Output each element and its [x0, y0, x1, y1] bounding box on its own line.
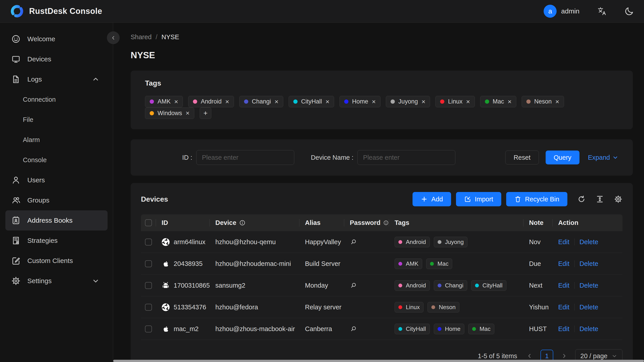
table-row-mac-m2: mac_m2hzhou@zhous-macbook-airCanberraCit…: [141, 318, 622, 340]
sidebar-item-settings[interactable]: Settings: [6, 271, 108, 291]
tag-chip-android[interactable]: Android: [394, 280, 430, 291]
users-icon: [11, 196, 20, 205]
view-password-icon[interactable]: [350, 238, 357, 246]
edit-link[interactable]: Edit: [558, 325, 570, 333]
edit-link[interactable]: Edit: [558, 282, 570, 289]
tag-chip-android[interactable]: Android×: [188, 96, 234, 107]
avatar[interactable]: a: [544, 5, 556, 18]
tag-remove-icon[interactable]: ×: [174, 98, 178, 105]
sidebar-item-devices[interactable]: Devices: [6, 49, 108, 69]
tag-chip-juyong[interactable]: Juyong×: [386, 96, 430, 107]
sidebar-item-file[interactable]: File: [0, 110, 113, 130]
add-tag-button[interactable]: +: [200, 107, 211, 119]
sidebar-item-users[interactable]: Users: [6, 170, 108, 190]
expand-link[interactable]: Expand: [588, 154, 618, 161]
edit-link[interactable]: Edit: [558, 238, 570, 246]
sidebar-menu: WelcomeDevicesLogsConnectionFileAlarmCon…: [0, 29, 113, 291]
tag-remove-icon[interactable]: ×: [274, 98, 278, 105]
theme-moon-icon[interactable]: [624, 6, 634, 16]
tag-remove-icon[interactable]: ×: [422, 98, 426, 105]
device-name-filter-label: Device Name :: [311, 154, 353, 161]
tag-chip-mac[interactable]: Mac: [426, 258, 452, 269]
language-icon[interactable]: [597, 6, 607, 16]
tag-chip-cityhall[interactable]: CityHall: [471, 280, 506, 291]
sidebar-item-logs[interactable]: Logs: [6, 69, 108, 90]
sidebar-item-custom-clients[interactable]: Custom Clients: [6, 251, 108, 271]
select-all-checkbox[interactable]: [145, 219, 152, 226]
tag-chip-linux[interactable]: Linux: [394, 302, 424, 312]
device-name-filter-input[interactable]: [358, 150, 455, 165]
device-name: hzhou@zhous-macbook-air: [210, 318, 299, 340]
tag-chip-juyong[interactable]: Juyong: [434, 237, 468, 247]
sidebar-item-address-books[interactable]: Address Books: [6, 210, 108, 230]
tag-remove-icon[interactable]: ×: [466, 98, 470, 105]
tag-chip-mac[interactable]: Mac: [468, 324, 494, 334]
view-password-icon[interactable]: [350, 325, 357, 332]
username[interactable]: admin: [561, 8, 580, 15]
sidebar-collapse-button[interactable]: [107, 31, 120, 44]
sidebar: WelcomeDevicesLogsConnectionFileAlarmCon…: [0, 22, 113, 362]
row-checkbox[interactable]: [145, 238, 152, 246]
add-button[interactable]: Add: [412, 192, 451, 206]
row-checkbox[interactable]: [145, 326, 152, 332]
tag-chip-linux[interactable]: Linux×: [436, 96, 474, 107]
row-checkbox[interactable]: [145, 260, 152, 267]
tag-chip-neson[interactable]: Neson: [428, 302, 459, 312]
tag-chip-changi[interactable]: Changi×: [239, 96, 283, 107]
delete-link[interactable]: Delete: [580, 282, 598, 289]
sidebar-item-console[interactable]: Console: [0, 150, 113, 170]
delete-link[interactable]: Delete: [580, 238, 598, 246]
info-icon[interactable]: [383, 220, 389, 226]
id-filter-input[interactable]: [196, 150, 294, 165]
tag-chip-windows[interactable]: Windows×: [145, 108, 194, 119]
settings-icon[interactable]: [614, 195, 622, 204]
row-checkbox[interactable]: [145, 304, 152, 311]
import-button[interactable]: Import: [456, 192, 501, 206]
sidebar-item-groups[interactable]: Groups: [6, 190, 108, 210]
sidebar-item-strategies[interactable]: Strategies: [6, 230, 108, 251]
tag-remove-icon[interactable]: ×: [225, 98, 229, 105]
tag-chip-home[interactable]: Home: [434, 324, 464, 334]
tag-chip-changi[interactable]: Changi: [434, 280, 467, 291]
row-height-icon[interactable]: [596, 195, 604, 204]
tag-chip-neson[interactable]: Neson×: [522, 96, 564, 107]
breadcrumb-parent[interactable]: Shared: [131, 34, 152, 41]
tag-chip-cityhall[interactable]: CityHall×: [288, 96, 334, 107]
tag-remove-icon[interactable]: ×: [508, 98, 512, 105]
tag-chip-amk[interactable]: AMK: [394, 258, 422, 269]
breadcrumb: Shared / NYSE: [131, 34, 633, 41]
row-checkbox[interactable]: [145, 282, 152, 289]
prev-page-icon[interactable]: [526, 352, 533, 359]
tag-remove-icon[interactable]: ×: [555, 98, 559, 105]
tag-color-dot: [431, 305, 435, 309]
view-password-icon[interactable]: [350, 282, 357, 289]
delete-link[interactable]: Delete: [580, 260, 598, 268]
delete-link[interactable]: Delete: [580, 304, 598, 311]
gear-icon: [11, 276, 20, 286]
reset-button[interactable]: Reset: [505, 150, 539, 164]
delete-link[interactable]: Delete: [580, 325, 598, 333]
sidebar-item-welcome[interactable]: Welcome: [6, 29, 108, 49]
tag-chip-home[interactable]: Home×: [340, 96, 380, 107]
next-page-icon[interactable]: [561, 352, 568, 359]
tag-remove-icon[interactable]: ×: [326, 98, 330, 105]
refresh-icon[interactable]: [577, 195, 586, 204]
horizontal-scrollbar[interactable]: [113, 360, 644, 362]
tags-card: Tags AMK×Android×Changi×CityHall×Home×Ju…: [131, 70, 633, 129]
query-button[interactable]: Query: [546, 150, 580, 164]
page-title: NYSE: [131, 50, 633, 60]
tag-remove-icon[interactable]: ×: [372, 98, 376, 105]
sidebar-item-connection[interactable]: Connection: [0, 90, 113, 110]
trash-icon: [514, 196, 522, 203]
edit-link[interactable]: Edit: [558, 260, 570, 268]
edit-link[interactable]: Edit: [558, 304, 570, 311]
tag-chip-amk[interactable]: AMK×: [145, 96, 183, 107]
sidebar-item-alarm[interactable]: Alarm: [0, 130, 113, 150]
tag-remove-icon[interactable]: ×: [186, 110, 190, 116]
tag-color-dot: [150, 111, 154, 115]
tag-chip-cityhall[interactable]: CityHall: [394, 324, 430, 334]
recycle-bin-button[interactable]: Recycle Bin: [506, 192, 567, 206]
info-icon[interactable]: [239, 220, 246, 226]
tag-chip-android[interactable]: Android: [394, 237, 430, 247]
tag-chip-mac[interactable]: Mac×: [480, 96, 516, 107]
